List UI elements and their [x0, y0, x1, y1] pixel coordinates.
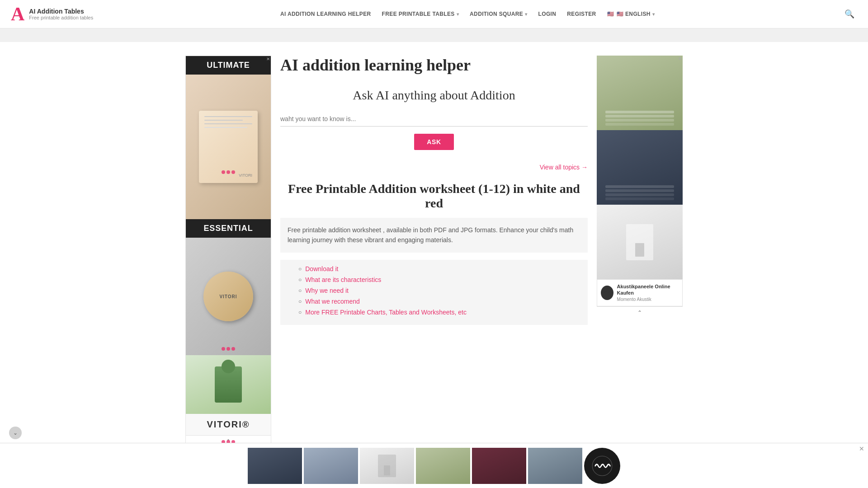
search-button[interactable]: 🔍 — [842, 6, 857, 22]
ask-button[interactable]: ASK — [414, 134, 454, 150]
room-thumb — [378, 455, 396, 462]
left-ad-close-button[interactable]: ✕ — [266, 57, 270, 61]
right-ad-close-button[interactable]: ✕ — [678, 56, 682, 61]
left-ad-container: ✕ ULTIMATE VITORI ESSENTIAL — [185, 56, 271, 448]
toc-item: What are its characteristics — [298, 276, 580, 283]
page-layout: ✕ ULTIMATE VITORI ESSENTIAL — [50, 42, 818, 461]
brand-subtitle: Free printable addition tables — [29, 15, 93, 20]
waveform-icon — [591, 455, 613, 462]
view-all-topics-link[interactable]: View all topics → — [540, 164, 588, 171]
flag-icon: 🇺🇸 — [607, 11, 614, 17]
sidebar-left: ✕ ULTIMATE VITORI ESSENTIAL — [185, 56, 271, 448]
nav-free-tables[interactable]: FREE PRINTABLE TABLES ▾ — [377, 8, 464, 20]
chevron-down-icon: ⌄ — [13, 430, 18, 436]
room-visual — [626, 224, 653, 260]
right-ad-subtitle: Momento Akustik — [617, 296, 679, 302]
nav-addition-square[interactable]: ADDITION SQUARE ▾ — [465, 8, 532, 20]
page-title: AI addition learning helper — [280, 56, 588, 75]
toc-item: What we recomend — [298, 298, 580, 305]
worksheet-title: Free Printable Addition worksheet (1-12)… — [280, 182, 588, 211]
left-ad-ultimate-label: ULTIMATE — [186, 56, 271, 75]
slats-visual-green — [605, 111, 674, 126]
search-icon: 🔍 — [844, 9, 854, 19]
toc-recommend-link[interactable]: What we recomend — [305, 298, 360, 305]
toc-item: More FREE Printable Charts, Tables and W… — [298, 309, 580, 316]
ask-input[interactable] — [280, 112, 588, 127]
right-ad-image-3 — [597, 205, 683, 279]
chevron-up-icon: ⌃ — [637, 310, 642, 316]
toc-item: Download it — [298, 265, 580, 272]
nav-ai-learning[interactable]: AI ADDITION LEARNING HELPER — [276, 8, 376, 20]
toc-download-link[interactable]: Download it — [305, 265, 338, 272]
chevron-down-icon: ▾ — [525, 12, 527, 17]
navbar: A AI Addition Tables Free printable addi… — [0, 0, 868, 28]
page-scroll-down-button[interactable]: ⌄ — [9, 427, 22, 439]
brand-name: AI Addition Tables — [29, 8, 93, 15]
nav-menu: AI ADDITION LEARNING HELPER FREE PRINTAB… — [276, 8, 659, 20]
bottom-ad-bar: ✕ — [0, 443, 868, 461]
bottom-ad-cell-5 — [472, 448, 526, 462]
chevron-down-icon: ▾ — [457, 12, 459, 17]
left-ad-brand-name: VITORI® — [186, 414, 271, 435]
left-ad-round-item: VITORI — [203, 272, 253, 321]
bottom-ad-cell-4 — [416, 448, 470, 462]
bottom-ad-cell-2 — [304, 448, 358, 462]
nav-language[interactable]: 🇺🇸 🇺🇸 ENGLISH ▾ — [603, 8, 660, 20]
chevron-down-icon: ▾ — [652, 12, 655, 17]
sidebar-right: ✕ — [597, 56, 683, 448]
bottom-ad-cell-3 — [360, 448, 414, 462]
right-ad-strip-icon: 〜 — [601, 286, 613, 300]
right-ad-strip-text: Akustikpaneele Online Kaufen Momento Aku… — [617, 283, 679, 302]
toc-list: Download it What are its characteristics… — [280, 260, 588, 325]
svg-point-0 — [592, 456, 612, 461]
right-ad-title: Akustikpaneele Online Kaufen — [617, 283, 679, 296]
left-ad-essential-label: ESSENTIAL — [186, 219, 271, 238]
toc-characteristics-link[interactable]: What are its characteristics — [305, 276, 381, 283]
right-ad-strip: 〜 Akustikpaneele Online Kaufen Momento A… — [597, 279, 683, 306]
ask-heading: Ask AI anything about Addition — [280, 88, 588, 103]
bottom-ad-waveform — [584, 448, 620, 462]
toc-item: Why we need it — [298, 287, 580, 294]
right-ad-image-2 — [597, 130, 683, 205]
right-ad-image-1 — [597, 56, 683, 130]
bottom-ad-close-button[interactable]: ✕ — [859, 445, 864, 452]
logo-letter: A — [11, 5, 24, 23]
slats-visual-dark — [605, 185, 674, 200]
dot-decoration-2 — [222, 347, 235, 351]
toc-why-link[interactable]: Why we need it — [305, 287, 349, 294]
plant-visual — [215, 366, 242, 403]
worksheet-description: Free printable addition worksheet , avai… — [280, 218, 588, 253]
left-ad-ultimate-image: VITORI — [186, 75, 271, 219]
bottom-ad-cell-6 — [528, 448, 582, 462]
dot-decoration — [222, 170, 235, 174]
worksheet-section: Free Printable Addition worksheet (1-12)… — [280, 182, 588, 325]
sub-header-bar — [0, 28, 868, 42]
main-content: AI addition learning helper Ask AI anyth… — [280, 56, 588, 448]
bottom-ad-cell-1 — [248, 448, 302, 462]
left-ad-notebook: VITORI — [199, 111, 258, 183]
right-ad-container: ✕ — [597, 56, 683, 319]
ask-section: Ask AI anything about Addition ASK — [280, 88, 588, 150]
left-ad-plant-image — [186, 355, 271, 414]
left-ad-essential-image: VITORI — [186, 238, 271, 355]
brand-logo[interactable]: A AI Addition Tables Free printable addi… — [11, 5, 93, 23]
nav-login[interactable]: LOGIN — [534, 8, 561, 20]
nav-register[interactable]: REGISTER — [562, 8, 600, 20]
view-all-topics: View all topics → — [280, 164, 588, 171]
right-sidebar-collapse-button[interactable]: ⌃ — [597, 306, 683, 319]
toc-more-link[interactable]: More FREE Printable Charts, Tables and W… — [305, 309, 467, 316]
